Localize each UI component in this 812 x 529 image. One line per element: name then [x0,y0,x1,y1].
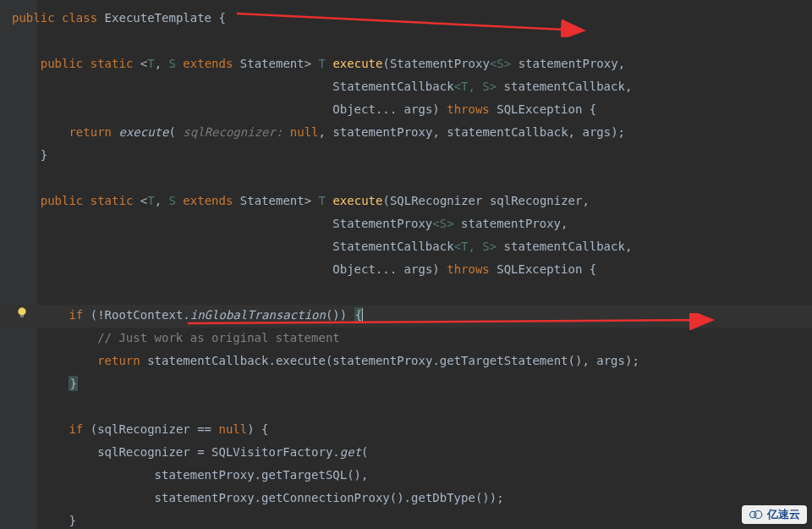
svg-point-0 [19,308,26,316]
code-line[interactable]: public static <T, S extends Statement> T… [12,190,812,212]
code-line[interactable]: statementProxy.getConnectionProxy().getD… [12,487,812,510]
code-line[interactable]: sqlRecognizer = SQLVisitorFactory.get( [12,441,812,464]
code-line[interactable]: StatementCallback<T, S> statementCallbac… [12,75,812,98]
code-line[interactable]: return execute( sqlRecognizer: null, sta… [12,121,812,144]
code-line[interactable]: StatementProxy<S> statementProxy, [12,212,812,235]
code-line[interactable]: StatementCallback<T, S> statementCallbac… [12,235,812,258]
code-line[interactable] [12,167,812,190]
svg-point-8 [754,511,762,519]
code-line[interactable]: public static <T, S extends Statement> T… [12,52,812,75]
watermark: 亿速云 [742,505,807,524]
lightbulb-icon[interactable] [15,306,29,320]
code-line[interactable]: // Just work as original statement [12,327,812,350]
annotation-arrow-icon [227,3,590,37]
code-line[interactable]: } [12,144,812,167]
code-line[interactable]: Object... args) throws SQLException { [12,258,812,281]
svg-line-4 [237,14,582,30]
code-line[interactable]: Object... args) throws SQLException { [12,98,812,121]
code-line[interactable]: if (sqlRecognizer == null) { [12,418,812,441]
code-line[interactable]: } [12,372,812,395]
svg-line-6 [188,320,710,323]
code-line[interactable]: return statementCallback.execute(stateme… [12,350,812,372]
code-line[interactable]: } [12,510,812,529]
code-editor[interactable]: public class ExecuteTemplate { public st… [0,0,812,529]
code-line[interactable] [12,281,812,304]
code-line[interactable] [12,395,812,418]
annotation-arrow-icon [178,313,719,330]
code-line[interactable]: statementProxy.getTargetSQL(), [12,464,812,487]
